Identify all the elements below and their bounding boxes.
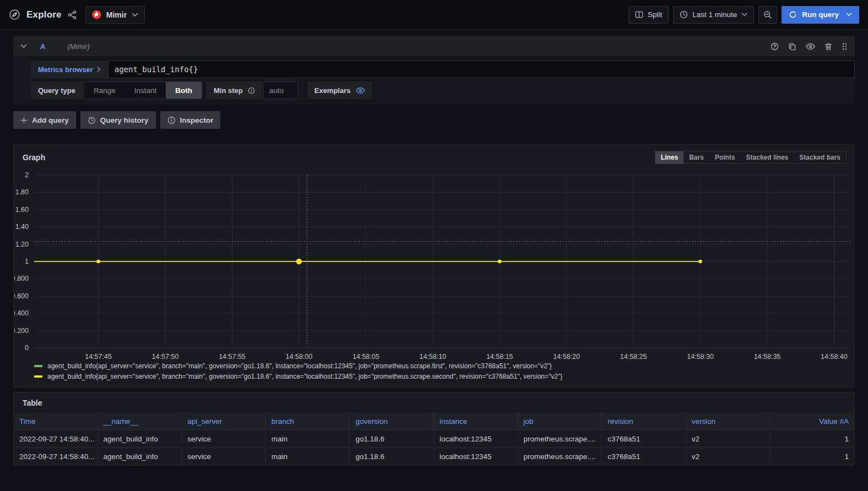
table-cell-r0--name-: agent_build_info xyxy=(98,430,182,448)
table-cell-r0-version: v2 xyxy=(686,430,771,448)
query-type-option-range[interactable]: Range xyxy=(84,82,125,99)
duplicate-icon[interactable] xyxy=(788,42,796,51)
query-editor-body: Metrics browser agent_build_info{} Query… xyxy=(13,56,855,105)
table-cell-r1-revision: c3768a51 xyxy=(602,448,686,465)
svg-text:1.20: 1.20 xyxy=(15,241,29,248)
table-cell-r0-revision: c3768a51 xyxy=(602,430,686,448)
column-header-time[interactable]: Time xyxy=(14,413,98,430)
refresh-icon xyxy=(789,10,797,19)
chevron-down-icon xyxy=(741,13,747,17)
compass-icon xyxy=(9,9,20,20)
legend-series-label: agent_build_info{api_server="service", b… xyxy=(47,362,552,370)
datasource-picker[interactable]: Mimir xyxy=(85,6,145,24)
svg-text:14:58:25: 14:58:25 xyxy=(620,353,647,360)
trash-icon[interactable] xyxy=(824,42,832,51)
graph-mode-points[interactable]: Points xyxy=(709,151,741,163)
graph-legend: agent_build_info{api_server="service", b… xyxy=(14,360,854,387)
y-axis-labels: 00.2000.4000.6000.80011.201.401.601.802 xyxy=(14,171,29,352)
page-title: Explore xyxy=(26,9,62,20)
x-axis-labels: 14:57:4514:57:5014:57:5514:58:0014:58:05… xyxy=(85,353,848,360)
series-1 xyxy=(34,259,702,264)
run-query-button[interactable]: Run query xyxy=(782,6,859,24)
legend-series-swatch xyxy=(34,365,42,367)
share-icon[interactable] xyxy=(68,10,77,19)
graph-panel-title: Graph xyxy=(23,153,45,162)
history-icon xyxy=(88,116,96,124)
inspector-button[interactable]: Inspector xyxy=(160,111,221,129)
split-button[interactable]: Split xyxy=(628,6,669,24)
column-header-job[interactable]: job xyxy=(518,413,603,430)
column-header-instance[interactable]: instance xyxy=(434,413,518,430)
column-header-goversion[interactable]: goversion xyxy=(350,413,434,430)
svg-text:14:58:15: 14:58:15 xyxy=(486,353,513,360)
zoom-out-icon xyxy=(763,10,772,19)
table-cell-r0-branch: main xyxy=(266,430,350,448)
graph-mode-stacked-bars[interactable]: Stacked bars xyxy=(794,151,846,163)
svg-text:14:58:10: 14:58:10 xyxy=(419,353,446,360)
table-panel: Table Time__name__api_serverbranchgovers… xyxy=(13,392,855,466)
column-header-version[interactable]: version xyxy=(686,413,771,430)
query-ref-id: A xyxy=(40,42,45,51)
query-datasource-hint: (Mimir) xyxy=(67,42,89,51)
table-cell-r0-time: 2022-09-27 14:58:40... xyxy=(14,430,98,448)
min-step-label-chip: Min step xyxy=(207,81,262,99)
table-cell-r1-goversion: go1.18.6 xyxy=(350,448,434,465)
help-icon[interactable] xyxy=(771,42,779,51)
chevron-right-icon xyxy=(97,67,101,72)
svg-text:14:58:35: 14:58:35 xyxy=(754,353,781,360)
table-cell-r1-branch: main xyxy=(266,448,350,465)
svg-text:1: 1 xyxy=(25,258,29,265)
table-cell-r0-api-server: service xyxy=(182,430,266,448)
min-step-input[interactable]: auto xyxy=(263,81,299,99)
graph-mode-lines[interactable]: Lines xyxy=(655,151,683,163)
table-panel-title: Table xyxy=(23,399,42,407)
query-type-option-both[interactable]: Both xyxy=(166,82,202,99)
column-header-value-a[interactable]: Value #A xyxy=(770,413,854,430)
time-series-chart[interactable]: 00.2000.4000.6000.80011.201.401.601.8021… xyxy=(14,166,854,360)
collapse-chevron-icon[interactable] xyxy=(20,44,27,48)
query-expression-input[interactable]: agent_build_info{} xyxy=(108,61,855,78)
query-editor: A (Mimir) Metrics browse xyxy=(13,36,855,105)
drag-handle-icon[interactable] xyxy=(842,42,848,51)
topbar-actions: Split Last 1 minute Run query xyxy=(628,6,859,24)
svg-text:14:57:45: 14:57:45 xyxy=(85,353,112,360)
plus-icon xyxy=(20,117,28,124)
exemplars-eye-icon[interactable] xyxy=(356,87,365,94)
time-range-picker[interactable]: Last 1 minute xyxy=(673,6,754,24)
column-header-api-server[interactable]: api_server xyxy=(182,413,266,430)
table-cell-r0-value-a: 1 xyxy=(770,430,854,448)
column-header--name-[interactable]: __name__ xyxy=(98,413,182,430)
column-header-revision[interactable]: revision xyxy=(602,413,686,430)
results-table: Time__name__api_serverbranchgoversionins… xyxy=(14,413,854,465)
svg-text:14:57:50: 14:57:50 xyxy=(152,353,179,360)
legend-series-label: agent_build_info{api_server="service", b… xyxy=(47,373,562,380)
svg-text:1.40: 1.40 xyxy=(15,223,29,231)
svg-text:14:58:40: 14:58:40 xyxy=(821,353,848,360)
query-type-option-instant[interactable]: Instant xyxy=(125,82,166,99)
add-query-button[interactable]: Add query xyxy=(13,111,76,129)
metrics-browser-button[interactable]: Metrics browser xyxy=(31,61,108,78)
svg-text:0.800: 0.800 xyxy=(14,275,29,282)
query-history-button[interactable]: Query history xyxy=(80,111,156,129)
legend-item-1[interactable]: agent_build_info{api_server="service", b… xyxy=(34,373,850,380)
top-bar: Explore Mimir Split xyxy=(0,0,868,30)
table-cell-r1-version: v2 xyxy=(686,448,771,465)
legend-series-swatch xyxy=(34,375,42,378)
graph-mode-bars[interactable]: Bars xyxy=(683,151,709,163)
legend-item-0[interactable]: agent_build_info{api_server="service", b… xyxy=(34,362,850,370)
eye-icon[interactable] xyxy=(806,43,815,50)
table-cell-r1--name-: agent_build_info xyxy=(98,448,182,465)
query-row-header[interactable]: A (Mimir) xyxy=(13,36,855,56)
column-header-branch[interactable]: branch xyxy=(266,413,350,430)
svg-text:14:58:20: 14:58:20 xyxy=(553,353,580,360)
exemplars-toggle[interactable]: Exemplars xyxy=(307,81,372,99)
table-cell-r0-goversion: go1.18.6 xyxy=(350,430,434,448)
svg-text:2: 2 xyxy=(25,171,29,179)
table-cell-r1-value-a: 1 xyxy=(770,448,854,465)
zoom-out-button[interactable] xyxy=(758,6,777,24)
chevron-down-icon[interactable] xyxy=(846,13,852,17)
svg-text:1.80: 1.80 xyxy=(15,188,29,196)
explore-brand: Explore xyxy=(9,9,77,20)
chevron-down-icon xyxy=(132,13,138,17)
graph-mode-stacked-lines[interactable]: Stacked lines xyxy=(741,151,794,163)
